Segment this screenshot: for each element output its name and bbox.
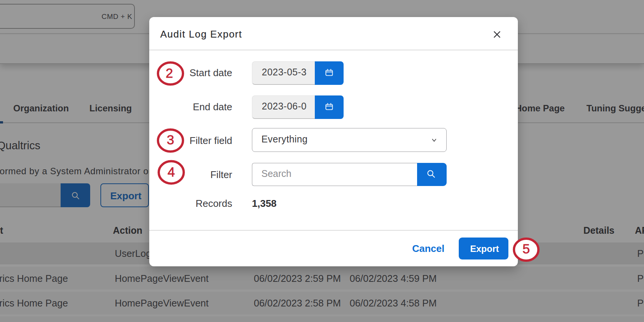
svg-text:5: 5 bbox=[522, 241, 530, 256]
svg-text:2: 2 bbox=[166, 66, 173, 80]
svg-text:4: 4 bbox=[167, 164, 175, 179]
svg-text:3: 3 bbox=[167, 132, 174, 147]
